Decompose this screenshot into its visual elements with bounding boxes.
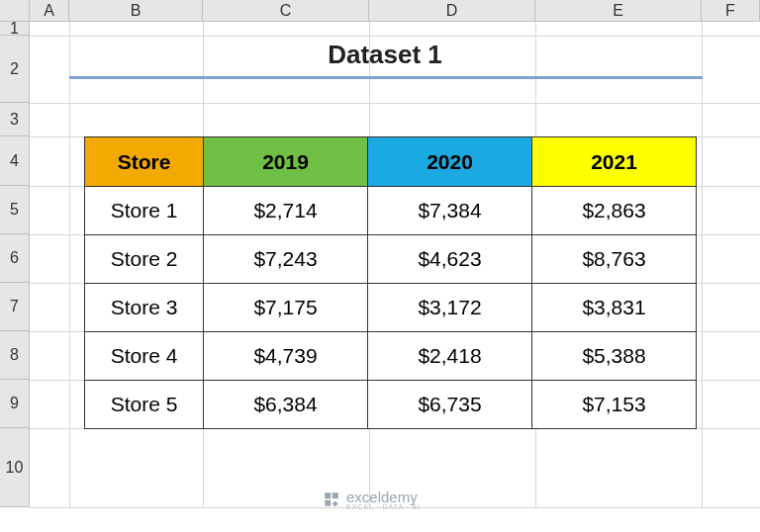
title-underline — [69, 76, 703, 79]
table-row: Store 1$2,714$7,384$2,863 — [85, 187, 697, 235]
col-header-E[interactable]: E — [535, 0, 702, 22]
cell-2019[interactable]: $7,175 — [204, 284, 368, 332]
row-header-10[interactable]: 10 — [0, 428, 30, 507]
watermark: exceldemy EXCEL · DATA · BI — [323, 488, 421, 510]
dataset-title: Dataset 1 — [69, 40, 701, 70]
cell-2021[interactable]: $3,831 — [532, 284, 697, 332]
table-row: Store 2$7,243$4,623$8,763 — [85, 235, 697, 284]
watermark-tagline: EXCEL · DATA · BI — [346, 503, 421, 510]
cell-2019[interactable]: $4,739 — [204, 332, 368, 381]
row-header-6[interactable]: 6 — [0, 234, 30, 283]
cell-2021[interactable]: $8,763 — [532, 235, 697, 284]
col-header-A[interactable]: A — [30, 0, 69, 22]
cell-store[interactable]: Store 2 — [85, 235, 204, 284]
cell-2019[interactable]: $2,714 — [204, 187, 368, 235]
header-2019[interactable]: 2019 — [204, 137, 368, 187]
cell-grid[interactable]: Dataset 1 Store 2019 2020 2021 Store 1$2… — [30, 22, 760, 507]
col-header-C[interactable]: C — [203, 0, 369, 22]
cell-2019[interactable]: $7,243 — [204, 235, 368, 284]
table-header-row: Store 2019 2020 2021 — [85, 137, 697, 187]
cell-store[interactable]: Store 1 — [85, 187, 204, 235]
cell-2021[interactable]: $5,388 — [532, 332, 697, 381]
cell-store[interactable]: Store 3 — [85, 284, 204, 332]
row-header-5[interactable]: 5 — [0, 186, 30, 234]
title-cell[interactable]: Dataset 1 — [69, 40, 701, 79]
col-header-D[interactable]: D — [369, 0, 535, 22]
cell-2020[interactable]: $2,418 — [368, 332, 532, 381]
row-header-2[interactable]: 2 — [0, 36, 30, 103]
cell-2020[interactable]: $3,172 — [368, 284, 532, 332]
row-header-8[interactable]: 8 — [0, 331, 30, 380]
cell-2021[interactable]: $2,863 — [532, 187, 697, 235]
table-row: Store 4$4,739$2,418$5,388 — [85, 332, 697, 381]
cell-store[interactable]: Store 5 — [85, 381, 204, 429]
exceldemy-icon — [323, 490, 340, 508]
col-header-F[interactable]: F — [702, 0, 760, 22]
row-header-9[interactable]: 9 — [0, 380, 30, 428]
header-2021[interactable]: 2021 — [532, 137, 697, 187]
cell-2020[interactable]: $6,735 — [368, 381, 532, 429]
cell-store[interactable]: Store 4 — [85, 332, 204, 381]
row-header-1[interactable]: 1 — [0, 22, 30, 36]
header-2020[interactable]: 2020 — [368, 137, 532, 187]
row-header-3[interactable]: 3 — [0, 103, 30, 136]
row-header-7[interactable]: 7 — [0, 283, 30, 331]
table-row: Store 3$7,175$3,172$3,831 — [85, 284, 697, 332]
header-store[interactable]: Store — [85, 137, 204, 187]
col-header-B[interactable]: B — [69, 0, 203, 22]
data-table: Store 2019 2020 2021 Store 1$2,714$7,384… — [84, 136, 697, 429]
row-headers: 1 2 3 4 5 6 7 8 9 10 — [0, 22, 30, 507]
cell-2020[interactable]: $4,623 — [368, 235, 532, 284]
table-row: Store 5$6,384$6,735$7,153 — [85, 381, 697, 429]
cell-2021[interactable]: $7,153 — [532, 381, 697, 429]
column-headers: A B C D E F — [30, 0, 760, 22]
cell-2020[interactable]: $7,384 — [368, 187, 532, 235]
row-header-4[interactable]: 4 — [0, 136, 30, 186]
cell-2019[interactable]: $6,384 — [204, 381, 368, 429]
